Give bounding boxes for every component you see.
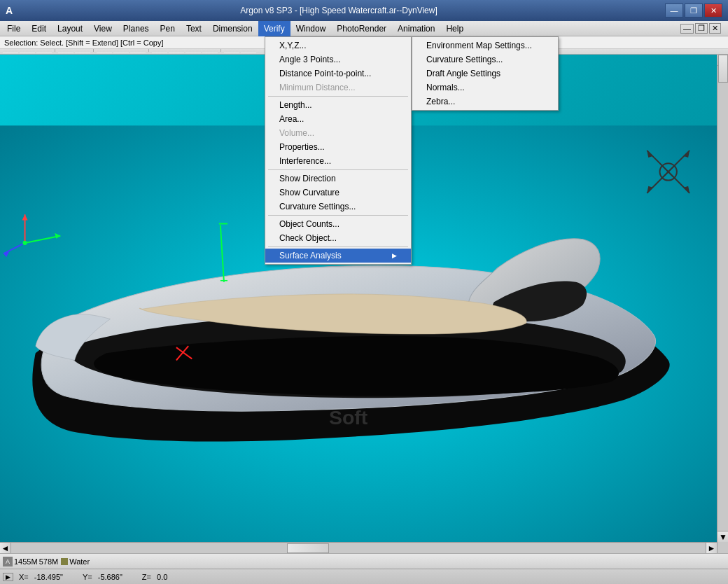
menu-animation[interactable]: Animation — [392, 21, 440, 36]
play-button[interactable]: ▶ — [3, 573, 13, 581]
menu-file[interactable]: File — [1, 21, 26, 36]
surface-analysis-submenu: Environment Map Settings... Curvature Se… — [412, 36, 559, 111]
verify-sep1 — [268, 96, 408, 97]
title-bar-title: Argon v8 SP3 - [High Speed Watercraft.ar… — [13, 6, 665, 15]
scroll-thumb-horizontal[interactable] — [287, 543, 329, 553]
bottom-bar: ▶ X= -18.495" Y= -5.686" Z= 0.0 — [0, 569, 728, 584]
menu-draft-angle[interactable]: Draft Angle Settings — [412, 67, 558, 81]
z-value: 0.0 — [157, 573, 167, 581]
menu-view[interactable]: View — [88, 21, 118, 36]
inner-restore[interactable]: ❐ — [695, 23, 708, 34]
scroll-thumb-vertical[interactable] — [718, 55, 728, 83]
inner-min[interactable]: — — [680, 24, 694, 34]
menu-check-object[interactable]: Check Object... — [265, 231, 411, 245]
memory-value2: 578M — [39, 557, 59, 566]
app-icon: A — [6, 5, 13, 16]
menu-show-direction[interactable]: Show Direction — [265, 172, 411, 186]
submenu-arrow: ▶ — [392, 252, 397, 259]
y-label: Y= — [83, 573, 92, 581]
restore-button[interactable]: ❐ — [685, 4, 703, 18]
menu-edit[interactable]: Edit — [26, 21, 52, 36]
menu-photorender[interactable]: PhotoRender — [331, 21, 392, 36]
menu-curvature-settings2[interactable]: Curvature Settings... — [412, 53, 558, 67]
title-bar-controls: — ❐ ✕ — [665, 4, 722, 18]
svg-point-12 — [23, 241, 27, 245]
menu-interference[interactable]: Interference... — [265, 154, 411, 168]
verify-sep3 — [268, 215, 408, 216]
menu-area[interactable]: Area... — [265, 112, 411, 126]
status-bar: A 1455M 578M Water — [0, 553, 728, 569]
menu-text[interactable]: Text — [181, 21, 207, 36]
memory-value: 1455M — [14, 557, 38, 566]
minimize-button[interactable]: — — [665, 4, 683, 18]
menu-window[interactable]: Window — [290, 21, 332, 36]
menu-dimension[interactable]: Dimension — [207, 21, 258, 36]
menu-object-counts[interactable]: Object Counts... — [265, 217, 411, 231]
menu-curvature-settings[interactable]: Curvature Settings... — [265, 200, 411, 214]
app-small-icon: A — [3, 557, 13, 566]
svg-text:Soft: Soft — [329, 406, 368, 429]
scroll-left-button[interactable]: ◄ — [0, 543, 11, 554]
menu-surface-analysis[interactable]: Surface Analysis ▶ — [265, 249, 411, 263]
layer-indicator: Water — [61, 557, 90, 566]
x-label: X= — [19, 573, 29, 581]
layer-name: Water — [69, 557, 90, 566]
verify-menu: X,Y,Z... Angle 3 Points... Distance Poin… — [265, 36, 412, 265]
menu-verify[interactable]: Verify — [258, 21, 290, 36]
menu-length[interactable]: Length... — [265, 98, 411, 112]
selection-text: Selection: Select. [Shift = Extend] [Ctr… — [4, 39, 163, 47]
play-controls: ▶ — [3, 573, 13, 581]
scroll-right[interactable]: ▲ ▼ — [717, 55, 728, 553]
menu-planes[interactable]: Planes — [118, 21, 155, 36]
menu-properties[interactable]: Properties... — [265, 140, 411, 154]
x-value: -18.495" — [34, 573, 63, 581]
menu-xyz[interactable]: X,Y,Z... — [265, 39, 411, 53]
menu-bar: File Edit Layout View Planes Pen Text Di… — [0, 21, 728, 36]
menu-show-curvature[interactable]: Show Curvature — [265, 186, 411, 200]
z-label: Z= — [142, 573, 151, 581]
inner-close[interactable]: ✕ — [709, 23, 721, 34]
menu-help[interactable]: Help — [440, 21, 469, 36]
scroll-bottom[interactable]: ◄ ► — [0, 542, 717, 553]
menu-zebra[interactable]: Zebra... — [412, 95, 558, 109]
inner-window-controls: — ❐ ✕ — [675, 21, 727, 36]
menu-min-distance: Minimum Distance... — [265, 81, 411, 95]
verify-sep2 — [268, 169, 408, 170]
menu-angle3points[interactable]: Angle 3 Points... — [265, 53, 411, 67]
memory-indicator: A 1455M 578M — [3, 557, 58, 566]
y-value: -5.686" — [98, 573, 122, 581]
layer-color — [61, 558, 68, 565]
verify-sep4 — [268, 246, 408, 247]
menu-distance-point[interactable]: Distance Point-to-point... — [265, 67, 411, 81]
surface-analysis-label: Surface Analysis — [279, 251, 342, 260]
menu-pen[interactable]: Pen — [155, 21, 181, 36]
menu-normals[interactable]: Normals... — [412, 81, 558, 95]
title-bar-left: A — [6, 5, 13, 16]
menu-volume: Volume... — [265, 126, 411, 140]
close-button[interactable]: ✕ — [704, 4, 722, 18]
menu-env-map-settings[interactable]: Environment Map Settings... — [412, 39, 558, 53]
menu-layout[interactable]: Layout — [52, 21, 88, 36]
title-bar: A Argon v8 SP3 - [High Speed Watercraft.… — [0, 0, 728, 21]
scroll-right-button[interactable]: ► — [706, 543, 717, 554]
scroll-down-button[interactable]: ▼ — [718, 531, 728, 542]
